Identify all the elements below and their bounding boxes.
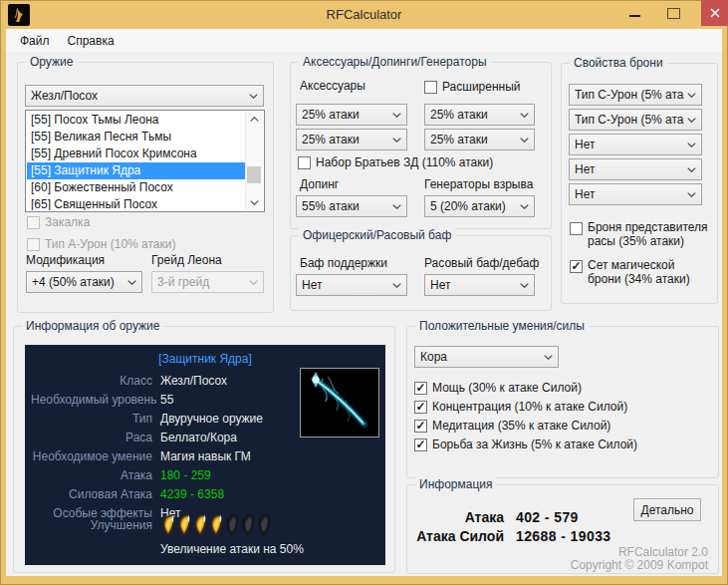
checkbox-label: Борьба за Жизнь (5% к атаке Силой) [432, 438, 637, 451]
checkbox-label: Тип А-Урон (10% атаки) [45, 237, 175, 251]
attack-totals: Атака 402 - 579 Атака Силой 12688 - 1903… [407, 507, 718, 545]
accessory-combo-4[interactable]: 25% атаки [424, 129, 535, 150]
info-label: Тип [31, 412, 152, 426]
upgrades-label: Улучшения [31, 514, 152, 536]
generators-label: Генераторы взрыва [424, 177, 533, 191]
menu-help[interactable]: Справка [59, 31, 123, 51]
weapon-info-rows: КлассЖезл/ПосохНеобходимый уровень55ТипД… [31, 371, 263, 522]
chevron-down-icon [520, 113, 529, 118]
skills-race-combo[interactable]: Кора [414, 346, 559, 368]
weapon-name: [Защитник Ядра] [25, 352, 385, 366]
accessory-combo-2[interactable]: 25% атаки [424, 104, 535, 126]
checkbox-label: Медитация (35% к атаке Силой) [432, 419, 610, 433]
list-item[interactable]: [55] Древний Посох Кримсона [27, 146, 246, 162]
list-item[interactable]: [55] Посох Тьмы Леона [27, 112, 246, 129]
attack-label: Атака [407, 509, 504, 525]
checkbox-label: Концентрация (10% к атаке Силой) [432, 400, 627, 414]
race-buff-combo[interactable]: Нет [424, 274, 535, 296]
armor-combo-1[interactable]: Тип С-Урон (5% атаки) [569, 84, 702, 106]
weapon-type-combo[interactable]: Жезл/Посох [25, 85, 264, 107]
minimize-icon [629, 15, 640, 17]
accessory-combos: 25% атаки25% атаки25% атаки25% атаки [296, 104, 535, 150]
checkbox-label: Набор Братьев ЗД (110% атаки) [316, 155, 493, 169]
armor-combo-2[interactable]: Тип С-Урон (5% атаки) [569, 109, 702, 131]
skill-checkbox-2[interactable]: Концентрация (10% к атаке Силой) [414, 400, 637, 414]
info-value: 55 [160, 393, 173, 407]
chevron-down-icon [392, 113, 401, 118]
list-item[interactable]: [65] Священный Посох [27, 196, 246, 210]
scroll-down-icon[interactable] [246, 195, 262, 210]
race-armor-checkbox[interactable]: Броня представителя расы (35% атаки) [570, 220, 711, 248]
checkbox-box [414, 439, 427, 451]
info-label: Атака [31, 468, 152, 482]
scroll-up-icon[interactable] [246, 112, 262, 127]
list-item[interactable]: [55] Великая Песня Тьмы [27, 129, 246, 146]
weapon-listbox[interactable]: [55] Посох Тьмы Леона[55] Великая Песня … [25, 110, 265, 212]
modification-label: Модификация [26, 253, 105, 267]
modification-combo[interactable]: +4 (50% атаки) [26, 271, 142, 293]
chevron-down-icon [687, 143, 696, 147]
group-skills-title: Положительные умения/силы [415, 319, 589, 334]
chevron-down-icon [249, 94, 258, 99]
list-item[interactable]: [55] Защитник Ядра [27, 162, 246, 179]
weapon-info-row: КлассЖезл/Посох [31, 371, 263, 390]
scrollbar-thumb[interactable] [247, 166, 261, 183]
listbox-scrollbar[interactable] [245, 112, 263, 210]
chevron-down-icon [687, 93, 696, 98]
armor-combo-3[interactable]: Нет [569, 134, 702, 155]
combo-value: Нет [430, 278, 517, 292]
skills-checkboxes: Мощь (30% к атаке Силой)Концентрация (10… [414, 381, 637, 451]
menubar: Файл Справка [6, 29, 722, 52]
skill-checkbox-1[interactable]: Мощь (30% к атаке Силой) [414, 381, 637, 395]
combo-value: Нет [302, 278, 389, 292]
combo-value: Кора [420, 350, 541, 364]
chevron-down-icon [392, 138, 401, 143]
talika-lit-icon [192, 514, 207, 536]
maximize-button[interactable] [657, 0, 689, 26]
combo-value: 5 (20% атаки) [430, 199, 517, 213]
group-weapon: Оружие Жезл/Посох [55] Посох Тьмы Леона[… [17, 62, 274, 313]
combo-value: Жезл/Посох [31, 89, 246, 103]
skill-checkbox-4[interactable]: Борьба за Жизнь (5% к атаке Силой) [414, 438, 637, 451]
generators-combo[interactable]: 5 (20% атаки) [424, 195, 535, 217]
info-value: Жезл/Посох [160, 374, 227, 388]
checkbox-box [414, 420, 427, 433]
minimize-button[interactable] [619, 0, 649, 26]
skill-checkbox-3[interactable]: Медитация (35% к атаке Силой) [414, 419, 637, 433]
checkbox-box [298, 156, 311, 169]
chevron-down-icon [392, 283, 401, 288]
extended-checkbox[interactable]: Расширенный [424, 80, 521, 94]
leon-grade-label: Грейд Леона [151, 253, 222, 267]
list-item[interactable]: [60] Божественный Посох [27, 179, 246, 196]
combo-value: Нет [575, 162, 684, 176]
checkbox-label: Мощь (30% к атаке Силой) [432, 381, 582, 395]
support-buff-combo[interactable]: Нет [296, 274, 407, 296]
checkbox-box [570, 260, 583, 273]
combo-value: 25% атаки [302, 108, 389, 122]
group-info: Информация Детально Атака 402 - 579 Атак… [406, 484, 719, 574]
combo-value: +4 (50% атаки) [32, 275, 124, 289]
accessory-combo-1[interactable]: 25% атаки [296, 104, 407, 126]
doping-combo[interactable]: 55% атаки [296, 195, 407, 217]
chevron-down-icon [249, 280, 258, 285]
checkbox-box [414, 401, 427, 414]
info-label: Класс [31, 374, 152, 388]
close-button[interactable] [701, 0, 728, 26]
talika-icons [160, 514, 271, 536]
accessories-label: Аксессуары [300, 79, 365, 93]
armor-combo-5[interactable]: Нет [569, 183, 702, 205]
accessory-combo-3[interactable]: 25% атаки [296, 129, 407, 150]
magic-armor-set-checkbox[interactable]: Сет магической брони (34% атаки) [570, 258, 711, 286]
armor-combo-4[interactable]: Нет [569, 158, 702, 180]
brothers-set-checkbox[interactable]: Набор Братьев ЗД (110% атаки) [298, 155, 493, 169]
app-window: RFCalculator Файл Справка Оружие Жезл/По… [0, 0, 728, 585]
info-value: Магия навык ГМ [160, 449, 251, 463]
chevron-down-icon [392, 204, 401, 209]
type-a-damage-checkbox: Тип А-Урон (10% атаки) [27, 237, 175, 251]
info-value: Беллато/Кора [160, 431, 237, 444]
info-value: Двуручное оружие [160, 412, 263, 426]
menu-file[interactable]: Файл [11, 31, 59, 51]
chevron-down-icon [520, 283, 529, 288]
titlebar: RFCalculator [0, 0, 728, 29]
checkbox-label: Закалка [45, 215, 90, 229]
